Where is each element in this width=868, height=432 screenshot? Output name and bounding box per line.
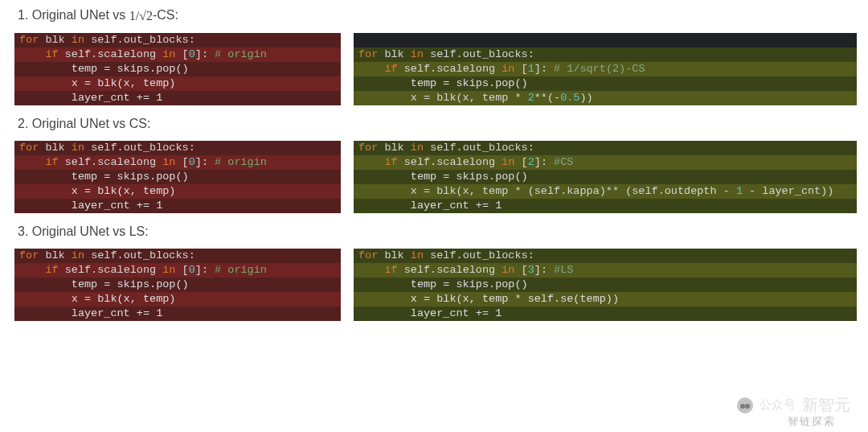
code-line: temp = skips.pop() xyxy=(14,278,341,292)
code-line: for blk in self.out_blocks: xyxy=(354,249,857,263)
code-line: for blk in self.out_blocks: xyxy=(14,249,341,263)
h1-text-pre: 1. Original UNet vs xyxy=(18,8,129,22)
code-line: if self.scalelong in [3]: #LS xyxy=(354,263,857,278)
code-line: layer_cnt += 1 xyxy=(14,307,341,321)
code-line: if self.scalelong in [0]: # origin xyxy=(14,47,341,62)
code-line: for blk in self.out_blocks: xyxy=(354,141,857,155)
code-line: for blk in self.out_blocks: xyxy=(14,141,341,155)
code-block-ls: for blk in self.out_blocks: if self.scal… xyxy=(354,249,857,321)
code-line: temp = skips.pop() xyxy=(14,170,341,184)
code-line: layer_cnt += 1 xyxy=(354,307,857,321)
code-line: layer_cnt += 1 xyxy=(354,199,857,213)
h1-text-post: -CS: xyxy=(153,8,178,22)
code-line: temp = skips.pop() xyxy=(354,76,857,91)
section-heading-1: 1. Original UNet vs 1/√2-CS: xyxy=(18,8,868,23)
code-line: x = blk(x, temp * 2**(-0.5)) xyxy=(354,91,857,105)
code-line xyxy=(354,33,857,47)
code-block-origin-2: for blk in self.out_blocks: if self.scal… xyxy=(14,141,341,213)
code-line: for blk in self.out_blocks: xyxy=(14,33,341,47)
code-block-sqrt2cs: for blk in self.out_blocks: if self.scal… xyxy=(354,33,857,105)
code-line: temp = skips.pop() xyxy=(354,170,857,184)
code-line: x = blk(x, temp * self.se(temp)) xyxy=(354,292,857,307)
code-line: x = blk(x, temp) xyxy=(14,184,341,199)
section-heading-3: 3. Original UNet vs LS: xyxy=(18,224,868,239)
code-line: if self.scalelong in [2]: #CS xyxy=(354,155,857,170)
code-block-cs: for blk in self.out_blocks: if self.scal… xyxy=(354,141,857,213)
watermark-sub: 智链探索 xyxy=(788,414,836,429)
h1-math: 1/√2 xyxy=(129,9,153,23)
code-line: temp = skips.pop() xyxy=(354,278,857,292)
code-block-origin-1: for blk in self.out_blocks: if self.scal… xyxy=(14,33,341,105)
code-line: layer_cnt += 1 xyxy=(14,199,341,213)
code-line: x = blk(x, temp) xyxy=(14,76,341,91)
wechat-icon xyxy=(737,397,753,413)
code-block-origin-3: for blk in self.out_blocks: if self.scal… xyxy=(14,249,341,321)
watermark: 公众号 新智元 xyxy=(737,394,850,416)
code-line: x = blk(x, temp * (self.kappa)** (self.o… xyxy=(354,184,857,199)
section-heading-2: 2. Original UNet vs CS: xyxy=(18,117,868,131)
code-pair-2: for blk in self.out_blocks: if self.scal… xyxy=(14,141,854,213)
code-line: for blk in self.out_blocks: xyxy=(354,47,857,62)
code-pair-3: for blk in self.out_blocks: if self.scal… xyxy=(14,249,854,321)
code-line: layer_cnt += 1 xyxy=(14,91,341,105)
watermark-name: 新智元 xyxy=(802,394,850,416)
code-line: if self.scalelong in [0]: # origin xyxy=(14,263,341,278)
code-line: temp = skips.pop() xyxy=(14,62,341,76)
watermark-prefix: 公众号 xyxy=(760,397,796,413)
code-pair-1: for blk in self.out_blocks: if self.scal… xyxy=(14,33,854,105)
code-line: x = blk(x, temp) xyxy=(14,292,341,307)
code-line: if self.scalelong in [0]: # origin xyxy=(14,155,341,170)
code-line: if self.scalelong in [1]: # 1/sqrt(2)-CS xyxy=(354,62,857,76)
